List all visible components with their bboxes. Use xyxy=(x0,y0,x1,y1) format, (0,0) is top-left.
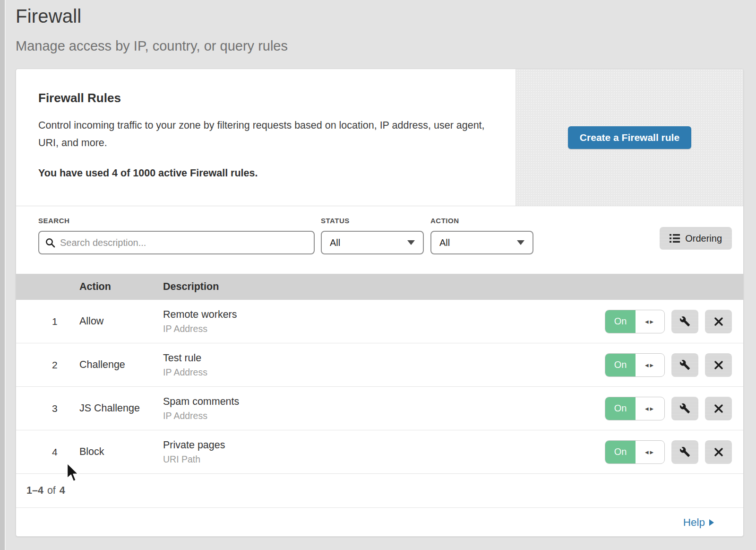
edit-rule-button[interactable] xyxy=(671,440,698,464)
rule-priority: 1 xyxy=(16,316,79,327)
rule-description: Spam comments xyxy=(163,396,605,408)
table-row: 4 Block Private pages URI Path On ◂▸ xyxy=(16,430,743,474)
rule-action: Block xyxy=(79,446,163,458)
rule-description: Private pages xyxy=(163,439,605,451)
rules-table-header: Action Description xyxy=(16,274,743,300)
toggle-on-label: On xyxy=(605,441,636,463)
action-filter: ACTION All xyxy=(430,217,533,254)
close-icon xyxy=(714,447,723,457)
action-column-header: Action xyxy=(79,281,163,293)
wrench-icon xyxy=(679,403,690,414)
status-select[interactable]: All xyxy=(321,231,424,254)
search-input[interactable] xyxy=(60,237,308,248)
search-filter: SEARCH xyxy=(38,217,315,254)
pagination-total: 4 xyxy=(60,485,65,497)
edit-rule-button[interactable] xyxy=(671,353,698,377)
chevron-down-icon xyxy=(517,240,524,245)
wrench-icon xyxy=(679,359,690,370)
delete-rule-button[interactable] xyxy=(705,353,732,377)
rule-priority: 3 xyxy=(16,403,79,414)
action-label: ACTION xyxy=(430,217,533,225)
action-select[interactable]: All xyxy=(430,231,533,254)
page-subtitle: Manage access by IP, country, or query r… xyxy=(16,38,756,54)
status-label: STATUS xyxy=(321,217,424,225)
toggle-arrows-icon: ◂▸ xyxy=(636,354,664,376)
rule-action: Allow xyxy=(79,315,163,327)
rule-field-type: IP Address xyxy=(163,410,605,421)
rule-enabled-toggle[interactable]: On ◂▸ xyxy=(605,397,665,420)
rule-description-cell: Spam comments IP Address xyxy=(163,396,605,421)
toggle-on-label: On xyxy=(605,310,636,333)
help-link[interactable]: Help xyxy=(683,516,714,529)
ordering-button-label: Ordering xyxy=(685,233,722,244)
wrench-icon xyxy=(679,446,690,457)
rule-action: Challenge xyxy=(79,359,163,371)
delete-rule-button[interactable] xyxy=(705,310,732,333)
close-icon xyxy=(714,317,723,326)
pagination-range: 1–4 xyxy=(26,485,43,497)
rule-action: JS Challenge xyxy=(79,402,163,414)
edit-rule-button[interactable] xyxy=(671,310,698,333)
toggle-arrows-icon: ◂▸ xyxy=(636,441,664,463)
card-footer: Help xyxy=(16,508,743,537)
rule-controls: On ◂▸ xyxy=(605,353,732,377)
ordering-button[interactable]: Ordering xyxy=(660,227,732,250)
toggle-on-label: On xyxy=(605,397,636,420)
chevron-down-icon xyxy=(407,240,415,245)
rule-field-type: URI Path xyxy=(163,454,605,465)
rule-field-type: IP Address xyxy=(163,323,605,334)
table-row: 2 Challenge Test rule IP Address On ◂▸ xyxy=(16,343,743,387)
filters-bar: SEARCH STATUS All ACTION All xyxy=(16,206,743,274)
rule-description-cell: Remote workers IP Address xyxy=(163,309,605,334)
search-label: SEARCH xyxy=(38,217,315,225)
rule-controls: On ◂▸ xyxy=(605,310,732,333)
rule-priority: 4 xyxy=(16,446,79,458)
rules-intro-text: Firewall Rules Control incoming traffic … xyxy=(16,69,515,206)
create-rule-panel: Create a Firewall rule xyxy=(515,69,743,206)
status-selected-value: All xyxy=(330,237,340,248)
table-row: 3 JS Challenge Spam comments IP Address … xyxy=(16,387,743,430)
delete-rule-button[interactable] xyxy=(705,440,732,464)
rule-description-cell: Private pages URI Path xyxy=(163,439,605,465)
help-link-label: Help xyxy=(683,516,705,529)
toggle-on-label: On xyxy=(605,354,636,376)
close-icon xyxy=(714,404,723,413)
wrench-icon xyxy=(679,316,690,327)
toggle-arrows-icon: ◂▸ xyxy=(636,397,664,420)
rule-controls: On ◂▸ xyxy=(605,397,732,420)
description-column-header: Description xyxy=(163,281,743,293)
rule-enabled-toggle[interactable]: On ◂▸ xyxy=(605,353,665,377)
create-firewall-rule-button[interactable]: Create a Firewall rule xyxy=(568,126,691,149)
rule-description-cell: Test rule IP Address xyxy=(163,352,605,378)
rules-usage-count: You have used 4 of 1000 active Firewall … xyxy=(38,167,487,179)
search-box[interactable] xyxy=(38,231,315,254)
page-header: Firewall Manage access by IP, country, o… xyxy=(0,0,756,54)
toggle-arrows-icon: ◂▸ xyxy=(636,310,664,333)
rule-enabled-toggle[interactable]: On ◂▸ xyxy=(605,440,665,464)
status-filter: STATUS All xyxy=(321,217,424,254)
rule-controls: On ◂▸ xyxy=(605,440,732,464)
firewall-rules-card: Firewall Rules Control incoming traffic … xyxy=(16,69,744,537)
action-selected-value: All xyxy=(439,237,450,248)
rule-field-type: IP Address xyxy=(163,367,605,378)
delete-rule-button[interactable] xyxy=(705,397,732,420)
rules-heading: Firewall Rules xyxy=(38,91,487,105)
rules-intro-section: Firewall Rules Control incoming traffic … xyxy=(16,69,743,206)
search-icon xyxy=(45,238,55,248)
rule-priority: 2 xyxy=(16,359,79,371)
ordered-list-icon xyxy=(670,234,680,243)
rule-description: Remote workers xyxy=(163,309,605,321)
rule-description: Test rule xyxy=(163,352,605,364)
pagination: 1–4 of 4 xyxy=(16,474,743,508)
table-row: 1 Allow Remote workers IP Address On ◂▸ xyxy=(16,300,743,343)
edit-rule-button[interactable] xyxy=(671,397,698,420)
chevron-right-icon xyxy=(709,519,714,526)
rule-enabled-toggle[interactable]: On ◂▸ xyxy=(605,310,665,333)
close-icon xyxy=(714,360,723,370)
page-title: Firewall xyxy=(16,6,756,27)
pagination-of: of xyxy=(47,485,56,497)
rules-description: Control incoming traffic to your zone by… xyxy=(38,117,487,152)
